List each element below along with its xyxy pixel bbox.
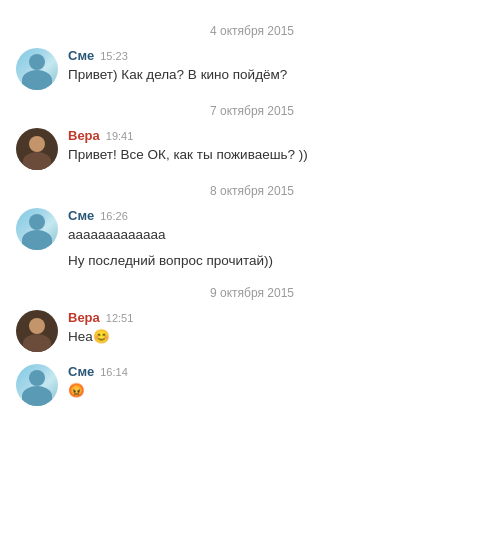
- sender-name: Сме: [68, 208, 94, 223]
- message-content: Вера19:41Привет! Все ОК, как ты поживаеш…: [68, 128, 488, 165]
- message-text: Неа😊: [68, 327, 488, 347]
- message-header: Сме16:14: [68, 364, 488, 379]
- message-content: Вера12:51Неа😊: [68, 310, 488, 347]
- message-text: ааааааааааааа: [68, 225, 488, 245]
- message-content: Сме15:23Привет) Как дела? В кино пойдём?: [68, 48, 488, 85]
- timestamp: 15:23: [100, 50, 128, 62]
- message-header: Вера12:51: [68, 310, 488, 325]
- timestamp: 16:14: [100, 366, 128, 378]
- sender-name: Вера: [68, 128, 100, 143]
- avatar-vera: [16, 310, 58, 352]
- sender-name: Сме: [68, 48, 94, 63]
- message-row: Сме16:26аааааааааааааНу последний вопрос…: [16, 208, 488, 272]
- timestamp: 12:51: [106, 312, 134, 324]
- date-divider: 4 октября 2015: [16, 24, 488, 38]
- avatar-cme: [16, 364, 58, 406]
- date-divider: 7 октября 2015: [16, 104, 488, 118]
- chat-container: 4 октября 2015Сме15:23Привет) Как дела? …: [0, 0, 504, 428]
- message-content: Сме16:26аааааааааааааНу последний вопрос…: [68, 208, 488, 272]
- timestamp: 16:26: [100, 210, 128, 222]
- message-text: Ну последний вопрос прочитай)): [68, 251, 488, 271]
- avatar-cme: [16, 208, 58, 250]
- message-header: Вера19:41: [68, 128, 488, 143]
- date-divider: 9 октября 2015: [16, 286, 488, 300]
- message-row: Вера19:41Привет! Все ОК, как ты поживаеш…: [16, 128, 488, 170]
- message-content: Сме16:14😡: [68, 364, 488, 401]
- message-row: Сме15:23Привет) Как дела? В кино пойдём?: [16, 48, 488, 90]
- timestamp: 19:41: [106, 130, 134, 142]
- date-divider: 8 октября 2015: [16, 184, 488, 198]
- sender-name: Сме: [68, 364, 94, 379]
- message-header: Сме15:23: [68, 48, 488, 63]
- message-row: Сме16:14😡: [16, 364, 488, 406]
- message-text: Привет! Все ОК, как ты поживаешь? )): [68, 145, 488, 165]
- sender-name: Вера: [68, 310, 100, 325]
- message-row: Вера12:51Неа😊: [16, 310, 488, 352]
- message-header: Сме16:26: [68, 208, 488, 223]
- avatar-cme: [16, 48, 58, 90]
- message-text: 😡: [68, 381, 488, 401]
- message-text: Привет) Как дела? В кино пойдём?: [68, 65, 488, 85]
- avatar-vera: [16, 128, 58, 170]
